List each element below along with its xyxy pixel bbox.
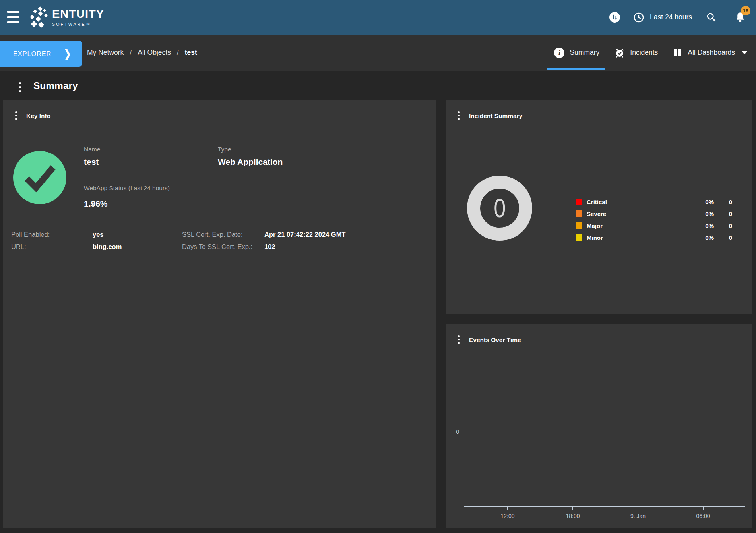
tab-incidents-label: Incidents — [630, 48, 658, 57]
breadcrumb-bar: EXPLORER ❯ My Network / All Objects / te… — [0, 35, 756, 71]
x-axis-tick — [572, 507, 573, 510]
legend-label: Severe — [587, 210, 693, 217]
explorer-button-label: EXPLORER — [13, 50, 51, 58]
detail-label: URL: — [11, 242, 93, 251]
name-label: Name — [84, 146, 100, 153]
brand-subtitle: SOFTWARE™ — [52, 22, 104, 27]
detail-value: yes — [93, 230, 182, 239]
tab-summary[interactable]: i Summary — [554, 35, 599, 71]
page-title-row: Summary — [0, 71, 756, 100]
y-axis-tick-label: 0 — [446, 429, 459, 435]
top-header: ENTUITY SOFTWARE™ — [0, 0, 756, 35]
legend-count: 0 — [714, 222, 732, 229]
events-over-time-header: Events Over Time — [446, 324, 752, 351]
chevron-down-icon — [742, 51, 747, 54]
time-range-label[interactable]: Last 24 hours — [650, 13, 692, 21]
critical-swatch — [576, 199, 582, 205]
legend-count: 0 — [714, 199, 732, 205]
events-over-time-title: Events Over Time — [469, 336, 521, 344]
legend-percent: 0% — [693, 234, 714, 241]
tab-incidents[interactable]: Incidents — [614, 35, 658, 71]
minor-swatch — [576, 234, 582, 241]
name-value: test — [84, 157, 99, 167]
tab-summary-label: Summary — [570, 48, 599, 57]
key-info-header: Key Info — [3, 100, 436, 129]
panel-menu-kebab-icon[interactable] — [458, 111, 460, 120]
type-value: Web Application — [218, 157, 283, 167]
webapp-status-label: WebApp Status (Last 24 hours) — [84, 185, 170, 192]
legend-label: Critical — [587, 199, 693, 205]
explorer-button[interactable]: EXPLORER ❯ — [0, 41, 82, 67]
chevron-right-icon: ❯ — [64, 47, 71, 60]
panel-menu-kebab-icon[interactable] — [458, 335, 460, 344]
legend-row-major[interactable]: Major 0% 0 — [576, 220, 732, 232]
x-axis-tick — [703, 507, 704, 510]
updown-arrows-icon[interactable] — [609, 12, 620, 23]
breadcrumb: My Network / All Objects / test — [87, 35, 197, 71]
legend-count: 0 — [714, 234, 732, 241]
legend-row-critical[interactable]: Critical 0% 0 — [576, 196, 732, 208]
legend-count: 0 — [714, 210, 732, 217]
brand-text: ENTUITY SOFTWARE™ — [52, 8, 104, 27]
breadcrumb-item-current: test — [185, 48, 197, 57]
major-swatch — [576, 222, 582, 229]
status-ok-icon — [13, 151, 66, 204]
incident-donut-chart[interactable]: 0 — [467, 176, 532, 241]
legend-label: Minor — [587, 234, 693, 241]
detail-label: Days To SSL Cert. Exp.: — [182, 242, 264, 251]
page-title: Summary — [33, 80, 78, 91]
legend-row-minor[interactable]: Minor 0% 0 — [576, 232, 732, 243]
breadcrumb-item-all-objects[interactable]: All Objects — [138, 48, 171, 57]
tab-all-dashboards-label: All Dashboards — [688, 48, 735, 57]
page-menu-kebab-icon[interactable] — [19, 82, 21, 92]
detail-label: SSL Cert. Exp. Date: — [182, 230, 264, 239]
breadcrumb-item-my-network[interactable]: My Network — [87, 48, 124, 57]
info-icon: i — [554, 48, 564, 58]
type-label: Type — [218, 146, 231, 153]
x-axis-tick — [507, 507, 508, 510]
incident-total-value: 0 — [494, 193, 506, 223]
detail-value: Apr 21 07:42:22 2024 GMT — [264, 230, 428, 239]
key-info-details: Poll Enabled: yes SSL Cert. Exp. Date: A… — [11, 230, 428, 251]
x-axis-tick-label: 12:00 — [492, 513, 523, 519]
severe-swatch — [576, 210, 582, 217]
panel-menu-kebab-icon[interactable] — [15, 111, 17, 120]
x-axis-tick-label: 06:00 — [687, 513, 719, 519]
alarm-clock-icon — [614, 48, 625, 58]
key-info-panel: Key Info Name test Type Web Application … — [3, 100, 436, 528]
app-root: ENTUITY SOFTWARE™ — [0, 0, 756, 533]
detail-label: Poll Enabled: — [11, 230, 93, 239]
notifications-bell-icon[interactable]: 16 — [735, 12, 746, 23]
incident-legend: Critical 0% 0 Severe 0% 0 Major 0% 0 Min… — [576, 196, 732, 243]
x-axis-tick-label: 18:00 — [557, 513, 589, 519]
view-tabs: i Summary Incidents — [554, 35, 747, 71]
legend-percent: 0% — [693, 199, 714, 205]
legend-percent: 0% — [693, 210, 714, 217]
header-controls: Last 24 hours 16 — [609, 0, 756, 35]
events-over-time-panel: Events Over Time 0 12:00 18:00 9. Jan 06… — [446, 324, 752, 528]
incident-summary-panel: Incident Summary 0 Critical 0% 0 Severe … — [446, 100, 752, 314]
incident-summary-title: Incident Summary — [469, 112, 522, 120]
zero-gridline — [464, 436, 745, 436]
dashboards-grid-icon — [673, 48, 682, 58]
legend-label: Major — [587, 222, 693, 229]
key-info-title: Key Info — [26, 112, 50, 120]
search-icon[interactable] — [706, 12, 717, 23]
hamburger-menu-icon[interactable] — [7, 11, 19, 23]
clock-icon[interactable] — [633, 12, 644, 23]
entuity-logo-icon — [29, 6, 51, 28]
x-axis-tick-label: 9. Jan — [622, 513, 654, 519]
legend-percent: 0% — [693, 222, 714, 229]
key-info-divider — [3, 224, 436, 224]
breadcrumb-separator: / — [177, 48, 179, 57]
x-axis-tick — [638, 507, 638, 510]
notification-badge: 16 — [741, 6, 750, 15]
incident-summary-header: Incident Summary — [446, 100, 752, 129]
detail-value: 102 — [264, 242, 428, 251]
detail-value[interactable]: bing.com — [93, 242, 182, 251]
legend-row-severe[interactable]: Severe 0% 0 — [576, 208, 732, 220]
breadcrumb-separator: / — [130, 48, 132, 57]
webapp-status-value: 1.96% — [84, 199, 108, 209]
brand-name: ENTUITY — [52, 8, 104, 21]
tab-all-dashboards[interactable]: All Dashboards — [673, 35, 747, 71]
